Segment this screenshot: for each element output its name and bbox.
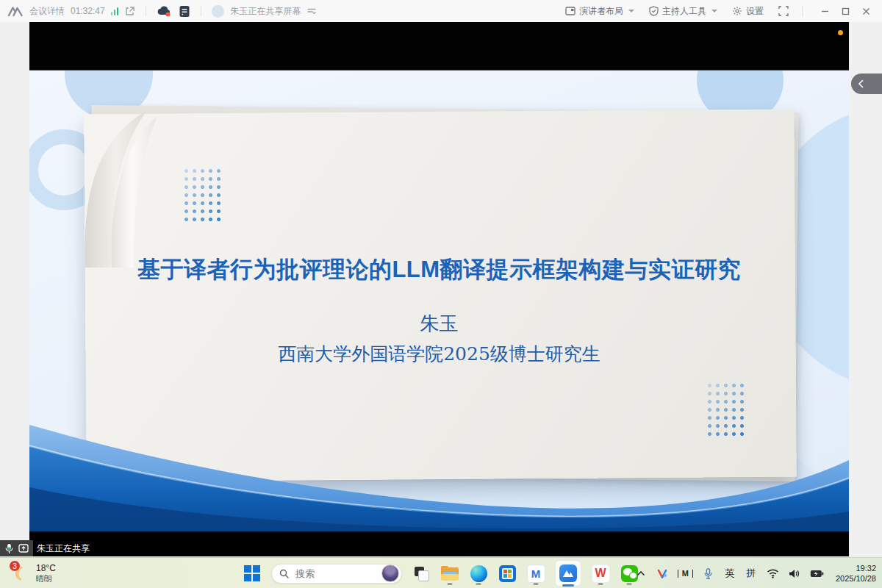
battery-icon[interactable]: [810, 570, 824, 578]
shield-icon: [649, 6, 659, 16]
active-indicator: [562, 584, 574, 587]
taskbar-dock: M W: [243, 558, 639, 588]
notification-badge: 3: [9, 560, 21, 572]
search-icon: [279, 569, 289, 578]
ime-pinyin-indicator[interactable]: 拼: [745, 567, 757, 580]
cloud-record-icon[interactable]: [157, 5, 173, 18]
sharing-options-icon[interactable]: [306, 7, 317, 15]
tray-m-app-icon[interactable]: M: [678, 570, 693, 578]
presenter-layout-label: 演讲者布局: [579, 5, 623, 18]
weather-text: 18°C 晴朗: [36, 564, 56, 583]
divider: [802, 6, 803, 16]
microphone-icon[interactable]: [5, 543, 13, 554]
sharing-banner-text: 朱玉正在共享屏幕: [230, 5, 301, 18]
sharing-status-text: 朱玉正在共享: [37, 542, 90, 555]
presenter-layout-button[interactable]: 演讲者布局: [559, 0, 640, 22]
windows-taskbar: 3 18°C 晴朗: [0, 557, 882, 588]
close-button[interactable]: [856, 0, 876, 22]
running-indicator: [598, 583, 603, 585]
tray-v-app-icon[interactable]: [656, 569, 668, 578]
sharer-avatar: [212, 5, 224, 18]
share-letterbox-bottom: [29, 531, 849, 556]
meeting-details-label[interactable]: 会议详情: [29, 5, 65, 18]
meeting-app-window: 会议详情 01:32:47 朱玉正在共享屏幕: [0, 0, 882, 588]
meeting-app-logo-icon: [7, 4, 24, 18]
network-signal-icon: [111, 7, 119, 15]
search-daily-image[interactable]: [381, 564, 399, 582]
chevron-down-icon: [711, 10, 717, 12]
running-indicator: [476, 583, 481, 585]
meeting-timer: 01:32:47: [71, 6, 105, 16]
weather-condition: 晴朗: [36, 574, 56, 584]
decor-wave: [29, 417, 849, 531]
start-button[interactable]: [243, 561, 262, 586]
divider: [146, 6, 146, 16]
folder-icon: [441, 566, 459, 581]
wps-office-button[interactable]: W: [591, 561, 610, 586]
weather-temperature: 18°C: [36, 564, 56, 574]
m-app-button[interactable]: M: [526, 561, 545, 586]
shared-screen-view: 基于译者行为批评理论的LLM翻译提示框架构建与实证研究 朱玉 西南大学外国语学院…: [29, 22, 849, 556]
titlebar-right-group: 演讲者布局 主持人工具 设置: [559, 0, 876, 22]
tray-microphone-icon[interactable]: [703, 568, 714, 579]
edge-icon: [470, 565, 487, 582]
meeting-app-button-active[interactable]: [555, 560, 581, 587]
taskbar-clock[interactable]: 19:32 2025/10/28: [836, 563, 876, 584]
m-app-icon: M: [527, 564, 545, 583]
wifi-icon[interactable]: [767, 568, 779, 578]
open-external-icon[interactable]: [124, 6, 135, 17]
system-tray: M 英 拼: [635, 558, 876, 588]
fullscreen-button[interactable]: [772, 0, 795, 22]
running-indicator: [627, 583, 632, 585]
meeting-titlebar: 会议详情 01:32:47 朱玉正在共享屏幕: [0, 0, 882, 22]
windows-logo-icon: [244, 565, 260, 581]
meeting-app-icon: [559, 564, 577, 582]
collapse-panel-button[interactable]: [851, 74, 882, 94]
slide-affiliation: 西南大学外国语学院2025级博士研究生: [74, 342, 805, 366]
slide-author: 朱玉: [74, 311, 805, 337]
chevron-left-icon: [858, 79, 864, 88]
screen-share-icon[interactable]: [18, 544, 29, 553]
page-curl-decoration: [60, 100, 178, 269]
settings-button[interactable]: 设置: [726, 0, 770, 22]
microsoft-store-button[interactable]: [498, 561, 517, 586]
slide-title: 基于译者行为批评理论的LLM翻译提示框架构建与实证研究: [74, 254, 805, 285]
host-tools-label: 主持人工具: [662, 5, 706, 18]
chevron-down-icon: [628, 10, 634, 12]
task-view-icon: [414, 566, 429, 581]
edge-browser-button[interactable]: [469, 561, 488, 586]
volume-icon[interactable]: [789, 569, 800, 578]
maximize-button[interactable]: [835, 0, 856, 22]
host-tools-button[interactable]: 主持人工具: [643, 0, 723, 22]
running-indicator: [534, 583, 539, 585]
share-letterbox-top: [29, 22, 849, 71]
search-input[interactable]: [294, 567, 376, 580]
tray-expand-button[interactable]: [635, 570, 647, 576]
minimize-button[interactable]: [814, 0, 835, 22]
layout-icon: [565, 7, 576, 15]
meeting-docs-icon[interactable]: [179, 5, 190, 18]
ime-english-indicator[interactable]: 英: [724, 567, 736, 580]
task-view-button[interactable]: [412, 561, 431, 586]
recording-indicator-dot: [838, 30, 843, 35]
clock-date: 2025/10/28: [836, 573, 876, 584]
taskbar-weather-widget[interactable]: 3 18°C 晴朗: [7, 558, 60, 588]
wps-icon: W: [592, 564, 610, 583]
decor-dot-grid: [180, 165, 221, 222]
running-indicator: [448, 583, 453, 585]
window-controls: [814, 0, 876, 22]
divider: [201, 6, 201, 16]
fullscreen-icon: [778, 6, 789, 16]
clock-time: 19:32: [856, 563, 876, 573]
presentation-slide: 基于译者行为批评理论的LLM翻译提示框架构建与实证研究 朱玉 西南大学外国语学院…: [29, 71, 849, 531]
taskbar-search-box[interactable]: [271, 564, 402, 584]
file-explorer-button[interactable]: [440, 561, 459, 586]
weather-moon-icon: 3: [12, 564, 31, 583]
sharing-status-overlay: 朱玉正在共享: [0, 540, 90, 556]
titlebar-left-group: 会议详情 01:32:47 朱玉正在共享屏幕: [7, 4, 317, 18]
settings-label: 设置: [746, 5, 764, 18]
sharing-toolbar[interactable]: [0, 540, 33, 556]
gear-icon: [732, 6, 742, 16]
store-icon: [499, 565, 516, 582]
